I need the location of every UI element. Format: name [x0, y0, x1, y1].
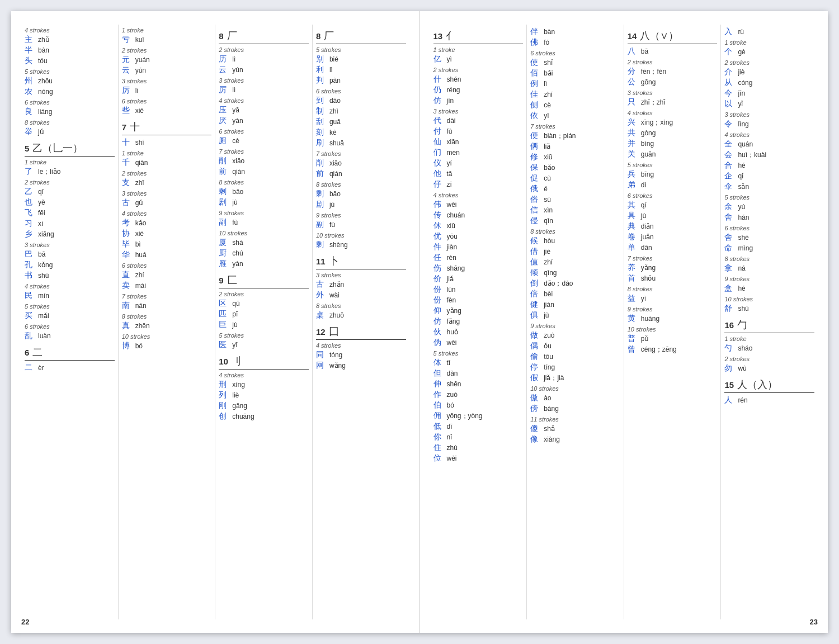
pinyin: yún [232, 66, 243, 74]
group: 8 strokes 剩bāo 剧jù [219, 179, 309, 207]
entry-row: 个gè [724, 47, 814, 57]
entry-row: 考kǎo [122, 218, 212, 228]
pinyin: fù [447, 127, 453, 135]
group: 9 strokes 做zuò 偶ǒu 偷tōu 停tíng 假jiǎ；jià [530, 323, 620, 383]
char: 偷 [530, 352, 541, 362]
pinyin: qī [38, 188, 44, 196]
group: 3 strokes 厉lì [122, 78, 212, 96]
char: 博 [122, 341, 133, 351]
pinyin: shén [447, 75, 461, 83]
group: 9 strokes 黄huáng [628, 306, 718, 324]
entry-row: 厉lì [122, 86, 212, 96]
entry-row: 云yún [219, 65, 309, 75]
char: 佰 [530, 68, 541, 78]
char: 二 [25, 363, 36, 373]
pinyin: yā [232, 106, 239, 114]
char: 千 [122, 158, 133, 168]
char: 住 [433, 443, 445, 453]
entry-row: 农nóng [25, 87, 115, 97]
entry-row: 借jiè [530, 247, 620, 257]
stroke-label: 4 strokes [219, 97, 309, 104]
pinyin: xìn [544, 206, 553, 214]
pinyin: shí [135, 139, 144, 146]
char: 益 [628, 293, 639, 304]
entry-row: 真zhēn [122, 321, 212, 331]
pinyin: bìng [641, 140, 654, 148]
pinyin: lìng [738, 120, 748, 128]
stroke-label: 2 strokes [433, 67, 524, 73]
entry-row: 千qiān [122, 158, 212, 168]
entry-row: 卖mài [122, 281, 212, 291]
section-num: 9 [219, 276, 223, 285]
pinyin: gāng [232, 402, 247, 410]
entry-row: 勺sháo [724, 343, 814, 353]
pinyin: yì [641, 295, 646, 302]
entry-row: 协xié [122, 229, 212, 239]
char: 半 [25, 45, 36, 55]
stroke-label: 8 strokes [628, 286, 718, 292]
section-num: 15 [724, 380, 734, 390]
pinyin: men [447, 149, 460, 157]
char: 保 [530, 163, 541, 173]
char: 伯 [433, 400, 445, 410]
entry-row: 保bǎo [530, 163, 620, 173]
pinyin: liǎ [544, 143, 550, 150]
entry-row: 也yě [25, 197, 115, 207]
entry-row: 兴xīng；xìng [628, 117, 718, 127]
entry-row: 华huá [122, 250, 212, 260]
stroke-label: 8 strokes [122, 313, 212, 320]
pinyin: kuī [135, 36, 144, 44]
entry-row: 判pàn [316, 75, 406, 86]
char: 厦 [219, 238, 230, 248]
entry-row: 优yōu [433, 231, 524, 242]
pinyin: bì [135, 240, 141, 248]
pinyin: pàn [329, 77, 341, 84]
group: 3 strokes 古gǔ [122, 190, 212, 208]
entry-row: 停tíng [530, 362, 620, 372]
char: 桌 [316, 310, 327, 320]
entry-row: 体tī [433, 358, 524, 368]
pinyin: xiàng [544, 435, 560, 443]
group: 8 strokes 桌zhuō [316, 302, 406, 320]
pinyin: fó [544, 39, 549, 46]
char: 具 [628, 211, 639, 221]
stroke-label: 9 strokes [316, 212, 406, 219]
pinyin: huì；kuài [738, 150, 766, 160]
char: 企 [724, 171, 736, 181]
char: 支 [122, 178, 133, 188]
entry-row: 俱jù [530, 310, 620, 320]
pinyin: sháo [738, 344, 752, 352]
group: 1 stroke 个gè [724, 39, 814, 57]
entry-row: 外wài [316, 290, 406, 300]
entry-row: 今jīn [724, 88, 814, 98]
entry-row: 刑xíng [219, 380, 309, 390]
char: 厕 [219, 136, 230, 146]
entry-row: 勿wù [724, 363, 814, 373]
char: 些 [122, 106, 133, 116]
char: 体 [433, 358, 445, 368]
section-radical: 厂 [324, 29, 334, 42]
char: 使 [530, 58, 541, 68]
pinyin: bā [641, 48, 648, 55]
pinyin: dǎo；dào [544, 279, 573, 288]
entry-row: 舍hán [724, 212, 814, 222]
char: 剩 [316, 189, 327, 199]
pinyin: juǎn [641, 233, 654, 241]
pinyin: yún [135, 67, 146, 74]
entry-row: 们men [433, 148, 524, 158]
char: 勺 [724, 343, 736, 353]
section-header-7: 7 十 [122, 120, 212, 135]
group: 4 strokes 考kǎo 协xié 毕bì 华huá [122, 210, 212, 260]
pinyin: xiū [447, 222, 455, 230]
entry-row: 八bā [628, 46, 718, 56]
section-header-14: 14 八（∨） [628, 29, 718, 44]
pinyin: zhí [135, 271, 144, 279]
char: 别 [316, 54, 327, 64]
char: 健 [530, 300, 541, 310]
entry-row: 刚gāng [219, 401, 309, 411]
pinyin: pī [232, 310, 238, 318]
group: 7 strokes 削xiāo 前qián [316, 150, 406, 179]
group: 4 strokes 民mín [25, 283, 115, 301]
entry-row: 兵bīng [628, 169, 718, 179]
entry-row: 修xiū [530, 152, 620, 162]
